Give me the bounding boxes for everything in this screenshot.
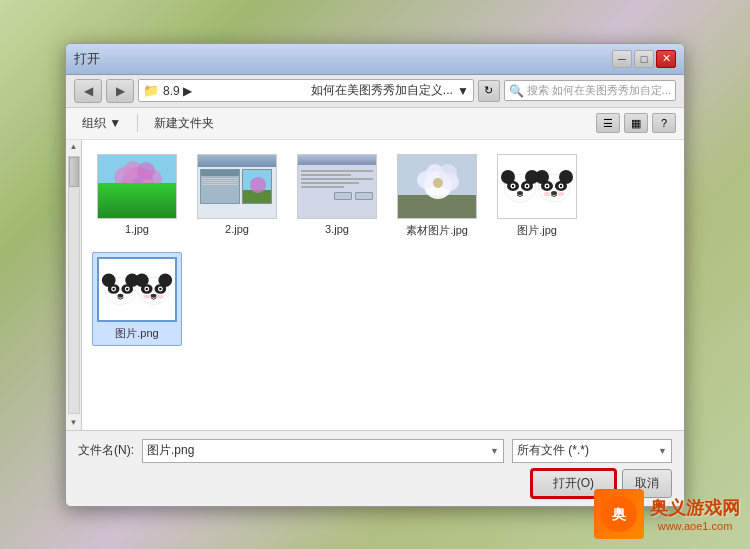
scroll-track[interactable] [68, 156, 80, 414]
refresh-button[interactable]: ↻ [478, 80, 500, 102]
svg-point-8 [137, 162, 155, 180]
svg-point-49 [112, 288, 114, 290]
svg-rect-3 [98, 190, 176, 218]
file-item[interactable]: 3.jpg [292, 150, 382, 242]
svg-point-51 [118, 294, 124, 298]
file-item-selected[interactable]: 图片.png [92, 252, 182, 346]
svg-point-40 [544, 192, 551, 196]
file-item[interactable]: 1.jpg [92, 150, 182, 242]
watermark-logo: 奥 [594, 489, 644, 539]
filename-value: 图片.png [147, 442, 194, 459]
svg-point-18 [439, 164, 457, 182]
minimize-button[interactable]: ─ [612, 50, 632, 68]
screenshot-thumbnail [198, 155, 276, 218]
file-grid: 1.jpg [82, 140, 684, 430]
file-thumbnail [397, 154, 477, 219]
main-content: ▲ ▼ [66, 140, 684, 430]
svg-point-27 [512, 185, 514, 187]
svg-point-41 [558, 192, 565, 196]
file-name-label: 图片.png [115, 326, 158, 341]
svg-point-29 [517, 191, 523, 195]
maximize-button[interactable]: □ [634, 50, 654, 68]
file-name-label: 2.jpg [225, 223, 249, 235]
file-name-label: 素材图片.jpg [406, 223, 468, 238]
title-controls: ─ □ ✕ [612, 50, 676, 68]
list-view-icon: ☰ [603, 117, 613, 130]
address-dropdown-arrow: ▼ [457, 84, 469, 98]
file-name-label: 3.jpg [325, 223, 349, 235]
dialog-title: 打开 [74, 50, 100, 68]
buttons-row: 打开(O) 取消 [78, 469, 672, 498]
svg-point-62 [143, 295, 150, 299]
file-item[interactable]: 图片.jpg [492, 150, 582, 242]
filetype-select[interactable]: 所有文件 (*.*) ▼ [512, 439, 672, 463]
file-item[interactable]: 2.jpg [192, 150, 282, 242]
breadcrumb-prefix: 8.9 ▶ [163, 84, 307, 98]
filename-label: 文件名(N): [78, 442, 134, 459]
filename-input-box: 图片.png ▼ [142, 439, 504, 463]
svg-point-60 [159, 288, 161, 290]
forward-icon: ▶ [116, 84, 125, 98]
flower-thumbnail [98, 155, 176, 218]
address-bar[interactable]: 📁 8.9 ▶ 如何在美图秀秀加自定义... ▼ [138, 79, 474, 102]
open-button-label: 打开(O) [553, 476, 594, 490]
details-view-icon: ▦ [631, 117, 641, 130]
title-bar: 打开 ─ □ ✕ [66, 44, 684, 75]
dialog-thumbnail [298, 155, 376, 218]
search-bar[interactable]: 🔍 搜索 如何在美图秀秀加自定... [504, 80, 676, 101]
scroll-down-arrow[interactable]: ▼ [67, 416, 81, 430]
svg-point-59 [146, 288, 148, 290]
panda-thumbnail [498, 155, 576, 218]
bottom-area: 文件名(N): 图片.png ▼ 所有文件 (*.*) ▼ 打开(O) 取消 [66, 430, 684, 506]
svg-point-37 [546, 185, 548, 187]
svg-point-11 [250, 177, 266, 193]
scroll-up-arrow[interactable]: ▲ [67, 140, 81, 154]
view-controls: ☰ ▦ ? [596, 113, 676, 133]
filetype-value: 所有文件 (*.*) [517, 442, 589, 459]
site-url: www.aoe1.com [658, 520, 733, 532]
navigation-toolbar: ◀ ▶ 📁 8.9 ▶ 如何在美图秀秀加自定义... ▼ ↻ 🔍 搜索 如何在美… [66, 75, 684, 108]
folder-icon: 📁 [143, 83, 159, 98]
filename-input[interactable]: 图片.png ▼ [142, 439, 504, 463]
svg-point-50 [126, 288, 128, 290]
svg-point-19 [433, 178, 443, 188]
vertical-scrollbar[interactable]: ▲ ▼ [66, 140, 82, 430]
file-name-label: 图片.jpg [517, 223, 557, 238]
close-button[interactable]: ✕ [656, 50, 676, 68]
svg-point-28 [526, 185, 528, 187]
watermark-text: 奥义游戏网 www.aoe1.com [650, 496, 740, 532]
help-button[interactable]: ? [652, 113, 676, 133]
file-thumbnail [97, 154, 177, 219]
help-icon: ? [661, 117, 667, 129]
file-thumbnail [297, 154, 377, 219]
svg-point-39 [551, 191, 557, 195]
site-name: 奥义游戏网 [650, 496, 740, 520]
file-thumbnail [497, 154, 577, 219]
list-view-button[interactable]: ☰ [596, 113, 620, 133]
svg-point-38 [560, 185, 562, 187]
search-icon: 🔍 [509, 84, 524, 98]
file-thumbnail [197, 154, 277, 219]
filetype-dropdown-arrow: ▼ [658, 446, 667, 456]
file-item[interactable]: 素材图片.jpg [392, 150, 482, 242]
details-view-button[interactable]: ▦ [624, 113, 648, 133]
organize-button[interactable]: 组织 ▼ [74, 112, 129, 135]
open-file-dialog: 打开 ─ □ ✕ ◀ ▶ 📁 8.9 ▶ 如何在美图秀秀加自定义... ▼ ↻ … [65, 43, 685, 507]
file-name-label: 1.jpg [125, 223, 149, 235]
forward-button[interactable]: ▶ [106, 79, 134, 103]
refresh-icon: ↻ [484, 84, 493, 97]
filename-row: 文件名(N): 图片.png ▼ 所有文件 (*.*) ▼ [78, 439, 672, 463]
panda-selected-thumbnail [99, 259, 175, 320]
flower2-thumbnail [398, 155, 476, 218]
watermark: 奥 奥义游戏网 www.aoe1.com [594, 489, 740, 539]
back-button[interactable]: ◀ [74, 79, 102, 103]
search-placeholder: 搜索 如何在美图秀秀加自定... [527, 83, 671, 98]
svg-point-63 [157, 295, 164, 299]
svg-point-61 [151, 294, 157, 298]
filename-dropdown-arrow: ▼ [490, 446, 499, 456]
new-folder-button[interactable]: 新建文件夹 [146, 112, 222, 135]
scroll-thumb[interactable] [69, 157, 79, 187]
address-path: 如何在美图秀秀加自定义... [311, 82, 453, 99]
svg-text:奥: 奥 [611, 506, 627, 522]
toolbar-separator [137, 114, 138, 132]
